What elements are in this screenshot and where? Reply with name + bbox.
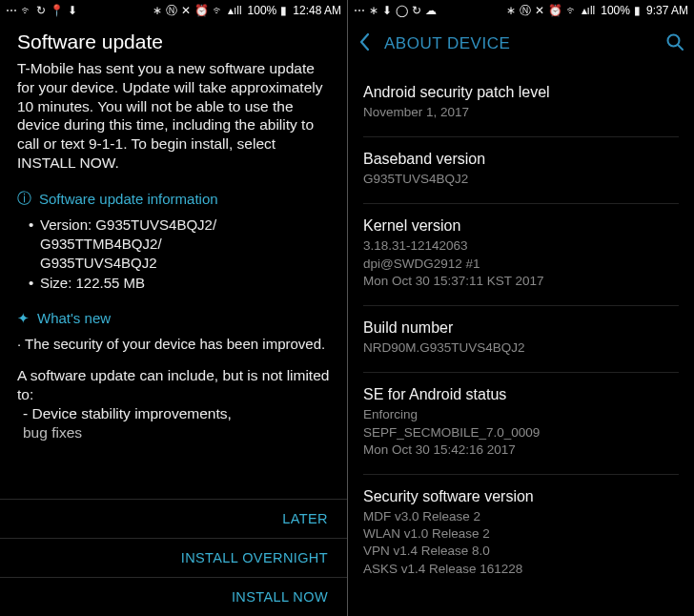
notification-dots-icon: ⋯ (6, 5, 17, 16)
location-icon: 📍 (50, 5, 64, 16)
cell-signal-icon: ▴ıll (228, 5, 242, 16)
row-value: G935TUVS4BQJ2 (363, 171, 679, 188)
phone-software-update: ⋯ ᯤ ↻ 📍 ⬇ ∗ Ⓝ ✕ ⏰ ᯤ ▴ıll 100% ▮ 12:48 AM… (0, 0, 347, 616)
row-value: November 1, 2017 (363, 104, 679, 121)
chevron-left-icon (357, 32, 371, 51)
bluetooth-icon: ∗ (506, 5, 516, 16)
phone-about-device: ⋯ ∗ ⬇ ◯ ↻ ☁ ∗ Ⓝ ✕ ⏰ ᯤ ▴ıll 100% ▮ 9:37 A… (347, 0, 694, 616)
app-bar-title: ABOUT DEVICE (384, 34, 652, 53)
wifi-signal-icon: ᯤ (213, 5, 224, 16)
alarm-icon: ⏰ (194, 5, 209, 16)
row-label: Build number (363, 319, 679, 337)
sync-icon: ↻ (36, 5, 46, 16)
battery-icon: ▮ (634, 5, 641, 16)
download-icon: ⬇ (68, 5, 77, 16)
intro-text: T-Mobile has sent you a new software upd… (17, 59, 330, 173)
install-now-button[interactable]: INSTALL NOW (230, 578, 330, 616)
section-whats-new-label: What's new (37, 310, 111, 326)
row-security-patch[interactable]: Android security patch level November 1,… (363, 71, 679, 137)
row-value: Enforcing SEPF_SECMOBILE_7.0_0009 Mon Oc… (363, 406, 679, 459)
row-value: 3.18.31-12142063 dpi@SWDG2912 #1 Mon Oct… (363, 237, 679, 290)
row-label: Android security patch level (363, 84, 679, 101)
info-version: Version: G935TUVS4BQJ2/ G935TTMB4BQJ2/ G… (29, 216, 330, 274)
button-row-later: LATER (0, 499, 347, 538)
sparkle-icon: ✦ (17, 310, 30, 327)
bluetooth-icon: ∗ (153, 5, 162, 16)
button-row-overnight: INSTALL OVERNIGHT (0, 538, 347, 577)
back-button[interactable] (357, 32, 371, 56)
row-build-number[interactable]: Build number NRD90M.G935TUVS4BQJ2 (363, 306, 679, 373)
whats-new-item: The security of your device has been imp… (17, 335, 330, 354)
battery-text: 100% (601, 4, 630, 17)
status-bar-left: ⋯ ∗ ⬇ ◯ ↻ ☁ (354, 5, 437, 16)
info-size: Size: 122.55 MB (29, 274, 330, 293)
button-row-now: INSTALL NOW (0, 577, 347, 616)
row-security-software[interactable]: Security software version MDF v3.0 Relea… (363, 475, 679, 593)
row-value: NRD90M.G935TUVS4BQJ2 (363, 339, 679, 357)
section-update-info: ⓘ Software update information (17, 190, 330, 208)
row-baseband[interactable]: Baseband version G935TUVS4BQJ2 (363, 137, 679, 204)
scope-intro: A software update can include, but is no… (17, 366, 330, 404)
info-icon: ⓘ (17, 190, 31, 208)
row-label: Kernel version (363, 217, 679, 235)
row-kernel[interactable]: Kernel version 3.18.31-12142063 dpi@SWDG… (363, 204, 679, 306)
app-bar: ABOUT DEVICE (348, 21, 694, 67)
scope-item-1: - Device stability improvements, (17, 404, 330, 423)
vibrate-icon: ✕ (535, 5, 544, 16)
row-label: Baseband version (363, 151, 679, 168)
row-label: SE for Android status (363, 386, 679, 403)
status-bar-right: ∗ Ⓝ ✕ ⏰ ᯤ ▴ıll 100% ▮ 12:48 AM (153, 4, 341, 17)
row-value: MDF v3.0 Release 2 WLAN v1.0 Release 2 V… (363, 508, 679, 578)
section-whats-new: ✦ What's new (17, 310, 330, 327)
about-device-list[interactable]: Android security patch level November 1,… (348, 67, 694, 616)
software-update-panel: Software update T-Mobile has sent you a … (0, 21, 347, 499)
cell-signal-icon: ▴ıll (582, 5, 596, 16)
search-icon (665, 32, 684, 51)
status-bar: ⋯ ∗ ⬇ ◯ ↻ ☁ ∗ Ⓝ ✕ ⏰ ᯤ ▴ıll 100% ▮ 9:37 A… (348, 0, 694, 21)
update-info-list: Version: G935TUVS4BQJ2/ G935TTMB4BQJ2/ G… (17, 216, 330, 293)
nfc-icon: Ⓝ (166, 5, 177, 16)
vibrate-icon: ✕ (181, 5, 191, 16)
clock-text: 12:48 AM (293, 4, 341, 17)
row-label: Security software version (363, 488, 679, 505)
wifi-icon: ᯤ (21, 5, 32, 16)
page-title: Software update (17, 31, 330, 53)
status-bar-left: ⋯ ᯤ ↻ 📍 ⬇ (6, 5, 77, 16)
status-bar: ⋯ ᯤ ↻ 📍 ⬇ ∗ Ⓝ ✕ ⏰ ᯤ ▴ıll 100% ▮ 12:48 AM (0, 0, 347, 21)
section-update-info-label: Software update information (39, 191, 218, 207)
svg-line-1 (678, 45, 683, 50)
wifi-signal-icon: ᯤ (566, 5, 578, 16)
nfc-icon: Ⓝ (520, 5, 531, 16)
scope-item-2-truncated: bug fixes (17, 423, 330, 441)
notification-dots-icon: ⋯ (354, 5, 365, 16)
clock-text: 9:37 AM (646, 4, 688, 17)
bluetooth-icon: ∗ (369, 5, 378, 16)
battery-text: 100% (248, 4, 277, 17)
viber-icon: ◯ (396, 5, 408, 16)
sync-icon: ↻ (412, 5, 421, 16)
alarm-icon: ⏰ (548, 5, 562, 16)
battery-icon: ▮ (280, 5, 287, 16)
later-button[interactable]: LATER (280, 500, 330, 538)
download-icon: ⬇ (382, 5, 392, 16)
status-bar-right: ∗ Ⓝ ✕ ⏰ ᯤ ▴ıll 100% ▮ 9:37 AM (506, 4, 688, 17)
search-button[interactable] (665, 32, 684, 56)
cloud-icon: ☁ (425, 5, 437, 16)
row-se-android[interactable]: SE for Android status Enforcing SEPF_SEC… (363, 373, 679, 475)
install-overnight-button[interactable]: INSTALL OVERNIGHT (179, 539, 330, 577)
